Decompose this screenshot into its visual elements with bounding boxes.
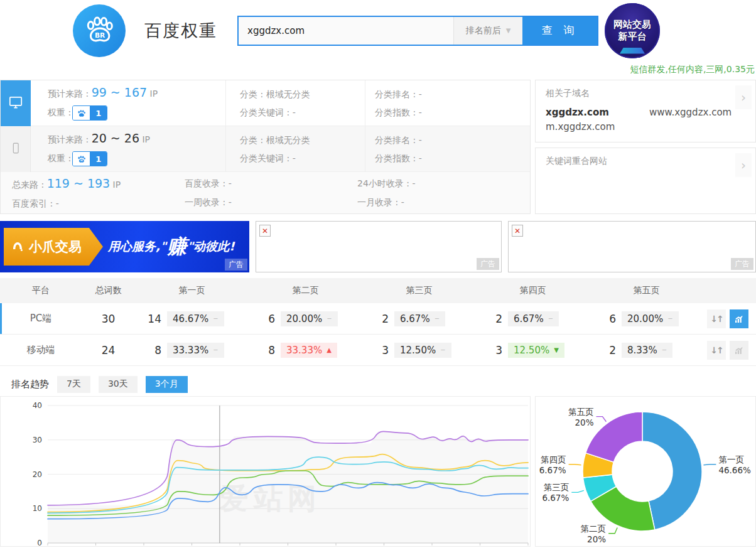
sort-button[interactable]: ↓↑ [707,309,726,328]
h24-included-value: - [412,178,415,188]
month-included-value: - [401,197,404,207]
category-kw-value: - [293,153,296,163]
baidu-included-value: - [229,178,232,188]
tab-3months[interactable]: 3个月 [146,376,188,393]
topbar: BR 百度权重 排名前后 ▼ 查 询 网站交易 新平台 [0,0,756,61]
traffic-value: 20 ~ 26 [92,131,139,145]
ad-tag: 广告 [477,258,499,270]
svg-text:0: 0 [37,539,42,546]
baidu-included-label: 百度收录 : [185,178,229,188]
page-count: 2 [590,344,616,357]
sms-promo-link[interactable]: 短信群发,任何内容,三网,0.35元 [630,64,755,75]
domain-link-m[interactable]: m.xggdzx.com [546,120,649,134]
pct-badge: 33.33%− [167,343,224,358]
tab-7days[interactable]: 7天 [57,376,90,393]
svg-text:30: 30 [33,436,42,444]
week-included-value: - [229,197,232,207]
ad-tag: 广告 [731,258,753,270]
table-row-mobile[interactable]: 移动端 24 833.33%− 833.33%▲ 312.50%− 312.50… [0,335,756,366]
col-page5: 第五页 [590,285,703,296]
sort-button[interactable]: ↓↑ [707,341,726,360]
category-value: 根域无分类 [266,89,310,99]
xiaozhua-ad-banner[interactable]: 小爪交易 用心服务,"赚"动彼此! 广告 [0,221,249,272]
pct-badge: 12.50%▼ [508,343,564,358]
trend-icon: − [213,315,218,322]
cat-index-value: - [419,153,422,163]
page-count: 2 [476,313,502,325]
trend-icon: − [662,347,667,353]
ad-slogan: 用心服务,"赚"动彼此! [108,221,244,272]
paw-icon [73,106,90,120]
keyword-rank-table: 平台 总词数 第一页 第二页 第三页 第四页 第五页 PC端 30 1446.6… [0,278,756,366]
total-traffic-unit: IP [110,180,121,190]
pct-badge: 8.33%− [622,343,672,358]
page-count: 3 [362,344,389,357]
rank-order-label: 排名前后 [466,25,501,36]
cat-index-value: - [419,107,422,117]
col-page1: 第一页 [135,285,249,296]
pct-badge: 20.00%− [622,311,679,326]
domain-input[interactable] [239,17,453,45]
page-count: 8 [249,344,275,357]
cat-rank-value: - [419,89,422,99]
svg-text:第一页: 第一页 [718,454,744,465]
traffic-unit: IP [147,89,158,99]
mobile-overview-row: 预计来路 : 20 ~ 26 IP 权重 : M 1 [1,126,530,172]
col-total: 总词数 [82,285,135,296]
trade-badge-line2: 新平台 [618,31,647,43]
svg-text:第二页: 第二页 [581,524,607,534]
table-row-pc[interactable]: PC端 30 1446.67%− 620.00%− 26.67%− 26.67%… [0,303,756,335]
category-value: 根域无分类 [266,135,310,145]
svg-text:20%: 20% [587,534,606,544]
page-count: 6 [249,313,275,325]
page-count: 3 [476,344,502,357]
chart-button[interactable] [730,341,748,360]
col-page2: 第二页 [249,285,362,296]
site-trade-badge[interactable]: 网站交易 新平台 [605,3,660,58]
trend-icon: − [327,315,332,322]
trend-down-icon: ▼ [554,347,559,353]
trade-badge-line1: 网站交易 [613,19,651,31]
ad-brand-name: 小爪交易 [29,238,82,255]
svg-text:爱站网: 爱站网 [219,481,321,515]
query-button[interactable]: 查 询 [522,17,597,45]
platform-cell: 移动端 [0,344,82,356]
chevron-right-icon[interactable]: › [735,153,752,177]
traffic-unit: IP [139,134,150,144]
page-count: 8 [135,344,161,357]
svg-text:M: M [80,159,83,162]
svg-text:第四页: 第四页 [541,454,566,465]
ad-placeholder-1: ✕ 广告 [256,221,502,272]
chevron-right-icon[interactable]: › [735,85,752,109]
pct-badge: 46.67%− [167,311,224,326]
chart-button-active[interactable] [730,309,748,328]
page-share-donut-chart: 第一页46.66%第二页20%第三页6.67%第四页6.67%第五页20% [535,396,756,547]
tab-30days[interactable]: 30天 [99,376,138,393]
pct-badge: 12.50%− [394,343,451,358]
table-header: 平台 总词数 第一页 第二页 第三页 第四页 第五页 [0,278,756,303]
svg-text:6.67%: 6.67% [542,493,569,503]
overlap-sites-title: 关键词重合网站 [546,156,745,167]
mobile-device-tab[interactable] [1,126,31,172]
mobile-weight-badge[interactable]: M 1 [72,151,107,166]
pct-badge: 6.67%− [394,311,445,326]
page-title: 百度权重 [144,19,217,42]
rank-order-dropdown[interactable]: 排名前后 ▼ [453,17,522,45]
weight-label: 权重 : [48,153,71,164]
svg-text:第五页: 第五页 [568,407,594,417]
pc-weight-badge[interactable]: 1 [72,105,107,121]
domain-link-www[interactable]: www.xggdzx.com [649,105,732,120]
ad-ribbon: 小爪交易 [4,228,103,266]
paw-m-icon: M [73,152,90,166]
paw-logo-icon: BR [82,12,117,50]
cat-index-label: 分类指数 : [375,153,419,163]
trend-header: 排名趋势 7天 30天 3个月 [0,375,756,393]
mobile-weight-value: 1 [90,152,107,166]
category-kw-label: 分类关键词 : [240,107,293,117]
trend-title: 排名趋势 [11,379,49,390]
domain-link-root[interactable]: xggdzx.com [546,105,649,120]
pc-device-tab[interactable] [1,80,31,126]
page-count: 6 [590,313,616,325]
side-panels: 相关子域名 › xggdzx.com www.xggdzx.com m.xggd… [535,80,756,214]
cat-rank-label: 分类排名 : [375,135,419,145]
